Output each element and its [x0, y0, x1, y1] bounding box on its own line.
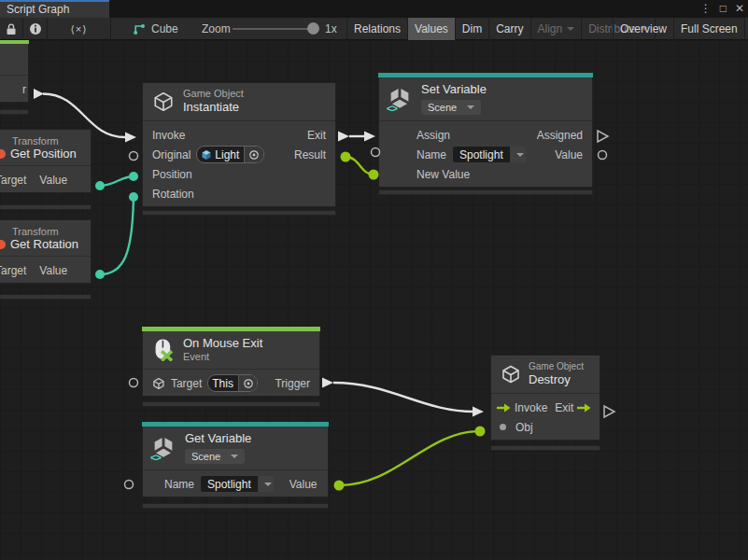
control-port-arrow[interactable]	[338, 132, 349, 142]
port-label-name: Name	[164, 478, 194, 491]
wire-value-position	[100, 176, 134, 186]
zoom-slider-track[interactable]	[233, 28, 318, 30]
target-object-field[interactable]: This	[207, 374, 258, 392]
object-picker-icon[interactable]	[238, 375, 258, 391]
zoom-slider-handle[interactable]	[307, 22, 319, 35]
node-title: Instantiate	[183, 100, 244, 115]
lock-icon	[6, 23, 17, 35]
object-picker-icon[interactable]	[244, 147, 263, 162]
value-port-dot[interactable]	[475, 427, 486, 437]
variable-scope-dropdown[interactable]: Scene	[421, 100, 481, 115]
port-label-new-value: New Value	[416, 168, 470, 181]
tab-title: Script Graph	[7, 3, 69, 16]
wire-value-rotation	[100, 197, 134, 274]
node-footer	[0, 294, 92, 300]
port-label-position: Position	[152, 168, 192, 181]
control-port-exit[interactable]	[604, 406, 614, 417]
value-port-dot[interactable]	[341, 152, 351, 162]
port-label-value: Value	[555, 148, 583, 161]
control-port-arrow[interactable]	[34, 89, 44, 99]
node-get-rotation[interactable]: Transform Get Rotation Target Value	[0, 219, 92, 284]
node-get-position[interactable]: Transform Get Position Target Value	[0, 129, 92, 193]
mouse-event-icon	[152, 339, 175, 361]
green-arrow-icon	[577, 403, 591, 413]
node-title: Get Rotation	[10, 237, 78, 251]
dim-button[interactable]: Dim	[455, 18, 488, 40]
gameobject-icon	[201, 149, 212, 161]
unity-visual-scripting-window: Script Graph ⋮ □ ✕ ⟨×⟩	[0, 0, 748, 560]
control-port-assigned[interactable]	[598, 131, 608, 142]
wire-value	[339, 431, 480, 485]
values-button[interactable]: Values	[407, 18, 455, 40]
graph-canvas[interactable]: r Transform Get Position Target Value	[0, 40, 748, 560]
control-port-arrow[interactable]	[473, 407, 484, 417]
value-port-dot[interactable]	[369, 170, 379, 180]
lock-button[interactable]	[0, 18, 23, 40]
graph-breadcrumb[interactable]: Cube	[133, 18, 178, 40]
control-port-arrow[interactable]	[125, 133, 136, 143]
cube-icon	[152, 91, 175, 113]
value-port-dot[interactable]	[129, 192, 138, 202]
value-port-name[interactable]	[125, 481, 134, 489]
cube-icon	[152, 377, 165, 390]
transform-icon	[0, 149, 6, 159]
relations-button[interactable]: Relations	[346, 18, 407, 40]
zoom-value: 1x	[325, 22, 337, 35]
value-port-dot[interactable]	[334, 481, 345, 491]
kebab-menu-icon[interactable]: ⋮	[700, 0, 712, 18]
variable-name-dropdown[interactable]: Spotlight	[200, 475, 275, 493]
cube-icon	[501, 364, 521, 385]
port-label-name: Name	[416, 148, 446, 161]
port-label-target: Target	[0, 264, 26, 277]
node-category: Game Object	[529, 360, 584, 372]
info-button[interactable]	[23, 18, 48, 40]
node-footer	[142, 210, 336, 216]
value-port-dot[interactable]	[129, 172, 138, 181]
object-field-value: Light	[215, 148, 239, 161]
chevron-down-icon	[467, 105, 474, 109]
close-icon[interactable]: ✕	[735, 0, 744, 18]
fullscreen-button[interactable]: Full Screen	[673, 18, 745, 40]
zoom-label: Zoom	[202, 22, 231, 35]
node-destroy[interactable]: Game Object Destroy Invoke Exit	[490, 355, 600, 441]
node-title: On Mouse Exit	[183, 336, 262, 351]
value-port-dot[interactable]	[95, 181, 105, 190]
variable-scope-dropdown[interactable]: Scene	[185, 449, 245, 464]
port-label-value: Value	[39, 174, 67, 187]
overview-button[interactable]: Overview	[613, 18, 673, 40]
code-view-button[interactable]: ⟨×⟩	[48, 18, 111, 40]
value-port-target[interactable]	[130, 379, 138, 387]
carry-button[interactable]: Carry	[488, 18, 529, 40]
port-label-original: Original	[152, 148, 191, 161]
node-partial-event[interactable]: r	[0, 40, 29, 103]
transform-icon	[0, 240, 6, 249]
port-label-assigned: Assigned	[537, 129, 583, 142]
wire-control	[333, 383, 474, 412]
port-label-target: Target	[171, 377, 202, 390]
tab-script-graph[interactable]: Script Graph	[0, 0, 109, 18]
chevron-down-icon	[231, 455, 238, 458]
node-category: Game Object	[183, 88, 244, 100]
control-port-arrow[interactable]	[364, 132, 375, 142]
port-label-trigger: Trigger	[275, 377, 310, 390]
port-label-exit: Exit	[555, 401, 573, 414]
variable-name-dropdown[interactable]: Spotlight	[452, 146, 527, 163]
maximize-icon[interactable]: □	[720, 0, 727, 18]
node-on-mouse-exit[interactable]: On Mouse Exit Event Target This	[142, 327, 320, 397]
align-dropdown[interactable]: Align	[530, 18, 582, 40]
control-port-arrow[interactable]	[322, 378, 333, 388]
original-object-field[interactable]: Light	[196, 146, 264, 163]
node-title: Get Variable	[185, 431, 251, 446]
value-port-dot	[500, 424, 506, 430]
node-footer	[142, 401, 320, 407]
node-set-variable[interactable]: <> Set Variable Scene Assign Assigned Na…	[378, 73, 593, 188]
value-port-value[interactable]	[599, 151, 607, 160]
port-label-result: Result	[294, 148, 326, 161]
node-get-variable[interactable]: <> Get Variable Scene Name Spotlight Va	[142, 422, 329, 497]
port-label-value: Value	[289, 478, 318, 491]
node-footer	[0, 109, 29, 115]
node-instantiate[interactable]: Game Object Instantiate Invoke Exit Orig…	[142, 82, 336, 207]
value-port-original[interactable]	[130, 152, 138, 161]
value-port-dot[interactable]	[95, 270, 105, 279]
node-title: Destroy	[529, 372, 584, 387]
